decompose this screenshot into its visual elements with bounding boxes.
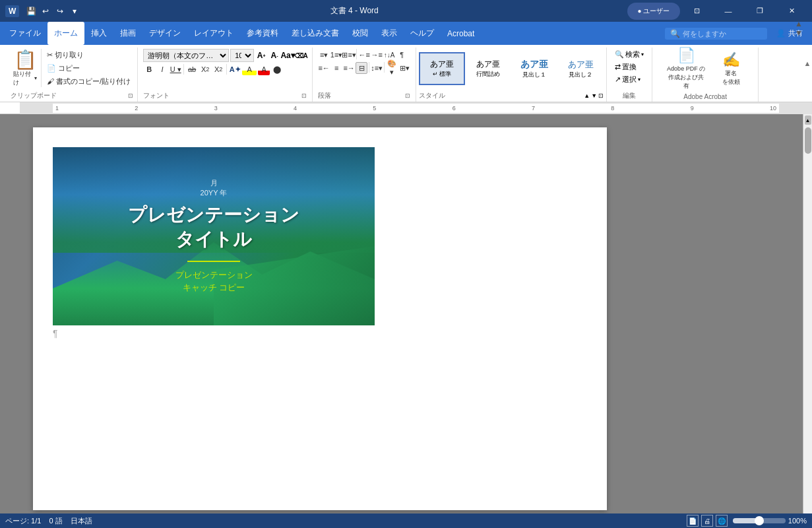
styles-expand-icon[interactable]: ⊡ [598, 92, 604, 99]
search-button[interactable]: 🔍 検索 ▾ [612, 49, 646, 60]
change-case-button[interactable]: Aa▾ [282, 50, 294, 61]
menu-home[interactable]: ホーム [47, 22, 84, 45]
ribbon-scroll-up-icon[interactable]: ▲ [795, 19, 803, 28]
menu-draw[interactable]: 描画 [113, 22, 142, 45]
menu-layout[interactable]: レイアウト [187, 22, 240, 45]
ribbon-collapse-button[interactable]: ▲ [804, 59, 811, 67]
menu-file[interactable]: ファイル [3, 22, 47, 45]
increase-indent-button[interactable]: →≡ [371, 49, 383, 61]
scroll-thumb[interactable] [805, 127, 811, 154]
scroll-up-arrow[interactable]: ▲ [805, 116, 811, 125]
superscript-button[interactable]: X2 [212, 63, 224, 75]
paragraph-expand-icon[interactable]: ⊡ [405, 92, 410, 99]
copy-button[interactable]: 📄 コピー [44, 62, 133, 74]
align-buttons-row: ≡← ≡ ≡→ ⊟ ↕≡▾ 🎨▾ ⊞▾ [318, 62, 410, 74]
style-h2-label: 見出し２ [569, 71, 592, 79]
shading-button[interactable]: 🎨▾ [386, 62, 398, 74]
style-h1-label: 見出し１ [522, 71, 546, 79]
ribbon-toggle-button[interactable]: ⊡ [681, 0, 712, 22]
menu-help[interactable]: ヘルプ [404, 22, 441, 45]
text-effects-button[interactable]: A✦ [229, 63, 241, 75]
paste-button[interactable]: 📋 貼り付け ▾ [11, 49, 40, 88]
menu-insert[interactable]: 挿入 [84, 22, 113, 45]
decrease-indent-button[interactable]: ←≡ [358, 49, 370, 61]
document-page: 月 20YY 年 プレゼンテーションタイトル プレゼンテーションキャッチ コピー… [33, 127, 607, 510]
select-button[interactable]: ↗ 選択 ▾ [612, 74, 646, 85]
replace-button[interactable]: ⇄ 置換 [612, 61, 646, 73]
highlight-color-button[interactable]: A [242, 63, 257, 75]
numbered-list-button[interactable]: 1≡▾ [330, 49, 342, 61]
separator4 [369, 62, 369, 73]
format-painter-button[interactable]: 🖌 書式のコピー/貼り付け [44, 75, 133, 87]
select-dropdown-icon[interactable]: ▾ [638, 77, 640, 82]
menu-mailings[interactable]: 差し込み文書 [285, 22, 346, 45]
subscript-button[interactable]: X2 [199, 63, 211, 75]
style-heading1[interactable]: あア亜 見出し１ [511, 52, 557, 85]
vertical-scrollbar[interactable]: ▲ [803, 114, 812, 513]
menu-design[interactable]: デザイン [142, 22, 187, 45]
cut-button[interactable]: ✂ 切り取り [44, 49, 133, 61]
clipboard-expand-icon[interactable]: ⊡ [128, 92, 133, 99]
ribbon-paragraph-group: ≡▾ 1≡▾ ⊞≡▾ ←≡ →≡ ↑↓A ¶ ≡← ≡ ≡→ ⊟ [313, 48, 416, 102]
ribbon-scroll-down-icon[interactable]: ▼ [795, 28, 803, 38]
view-web-button[interactable]: 🌐 [716, 515, 728, 527]
style-no-spacing[interactable]: あア亜 行間詰め [465, 52, 511, 85]
font-name-select[interactable]: 游明朝（本文のフ… [143, 49, 229, 62]
adobe-content: 📄 Adobe PDF の 作成および共有 ✍ 署名 を依頼 [658, 48, 753, 93]
menu-acrobat[interactable]: Acrobat [441, 22, 481, 45]
zoom-slider[interactable] [733, 518, 786, 523]
status-left: ページ: 1/1 0 語 日本語 [5, 516, 92, 526]
view-print-button[interactable]: 🖨 [701, 515, 713, 527]
styles-scroll-down-icon[interactable]: ▼ [591, 92, 597, 99]
underline-button[interactable]: U ▾ [170, 63, 181, 75]
view-normal-button[interactable]: 📄 [687, 515, 699, 527]
styles-list: あア亜 ↵ 標準 あア亜 行間詰め あア亜 見出し１ あア亜 見出し２ [419, 48, 604, 90]
clear-format-button[interactable]: ⌫A [295, 50, 307, 61]
customize-icon[interactable]: ▾ [68, 5, 81, 18]
align-right-button[interactable]: ≡→ [343, 62, 355, 74]
adobe-label: Adobe Acrobat [683, 93, 727, 102]
ribbon-scroll: ▲ ▼ [795, 0, 803, 57]
font-shrink-button[interactable]: A- [268, 50, 280, 61]
line-spacing-button[interactable]: ↕≡▾ [371, 62, 383, 74]
restore-button[interactable]: ❐ [745, 0, 775, 22]
view-buttons: 📄 🖨 🌐 [687, 515, 728, 527]
menu-review[interactable]: 校閲 [346, 22, 375, 45]
adobe-sign-button[interactable]: ✍ 署名 を依頼 [714, 49, 747, 88]
search-input[interactable] [683, 30, 762, 38]
redo-icon[interactable]: ↪ [53, 5, 67, 18]
bullet-list-button[interactable]: ≡▾ [318, 49, 330, 61]
styles-scroll-up-icon[interactable]: ▲ [584, 92, 590, 99]
style-heading2[interactable]: あア亜 見出し２ [557, 52, 604, 85]
paragraph-label: 段落 ⊡ [318, 91, 410, 102]
clipboard-label: クリップボード ⊡ [11, 91, 133, 102]
paste-dropdown-arrow[interactable]: ▾ [34, 75, 37, 81]
font-size-select[interactable]: 10.5 [230, 49, 254, 62]
align-left-button[interactable]: ≡← [318, 62, 330, 74]
align-center-button[interactable]: ≡ [330, 62, 342, 74]
bold-button[interactable]: B [143, 63, 155, 75]
menu-view[interactable]: 表示 [375, 22, 404, 45]
font-color-button[interactable]: A [258, 63, 270, 75]
adobe-pdf-button[interactable]: 📄 Adobe PDF の 作成および共有 [663, 49, 709, 88]
save-icon[interactable]: 💾 [24, 5, 38, 18]
style-nospace-label: 行間詰め [476, 70, 500, 79]
style-normal[interactable]: あア亜 ↵ 標準 [419, 52, 465, 85]
multilevel-list-button[interactable]: ⊞≡▾ [343, 49, 355, 61]
font-grow-button[interactable]: A+ [255, 50, 267, 61]
borders-button[interactable]: ⊞▾ [398, 62, 410, 74]
menu-references[interactable]: 参考資料 [240, 22, 285, 45]
font-expand-icon[interactable]: ⊡ [301, 92, 307, 99]
undo-icon[interactable]: ↩ [39, 5, 52, 18]
editing-buttons: 🔍 検索 ▾ ⇄ 置換 ↗ 選択 ▾ [612, 49, 646, 85]
zoom-thumb[interactable] [755, 516, 764, 525]
font-border-button[interactable]: ⬤ [271, 63, 283, 75]
italic-button[interactable]: I [156, 63, 168, 75]
user-icon[interactable]: ● ユーザー [627, 3, 680, 20]
justify-button[interactable]: ⊟ [356, 62, 367, 74]
minimize-button[interactable]: — [713, 0, 743, 22]
strikethrough-button[interactable]: ab [186, 63, 198, 75]
search-dropdown-icon[interactable]: ▾ [641, 51, 644, 57]
search-box[interactable]: 🔍 [665, 28, 767, 40]
language-indicator[interactable]: 日本語 [71, 516, 92, 526]
